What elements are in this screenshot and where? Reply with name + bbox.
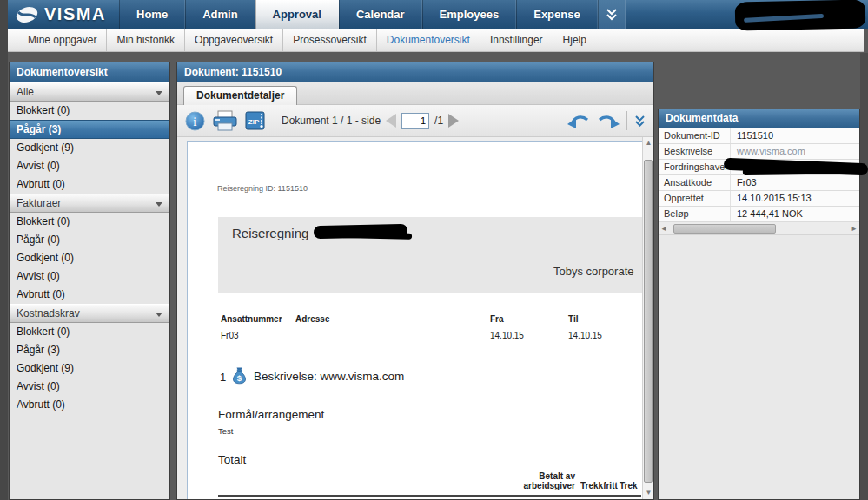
sidebar-item-alle-avbrutt[interactable]: Avbrutt (0) [10, 175, 169, 194]
rotate-left-button[interactable] [567, 113, 590, 129]
redaction-streak [744, 14, 824, 23]
sidebar-item-kostnadskrav-blokkert[interactable]: Blokkert (0) [10, 323, 169, 341]
nav-tab-employees[interactable]: Employees [422, 0, 517, 29]
chevron-double-down-icon [634, 115, 646, 128]
info-button[interactable]: i [185, 111, 205, 131]
menu-item-oppgaveoversikt[interactable]: Oppgaveoversikt [184, 29, 282, 51]
viewer-vertical-scrollbar[interactable]: ▲ ▼ [642, 137, 653, 499]
download-zip-button[interactable]: ZIP [245, 110, 267, 131]
purpose-heading: Formål/arrangement [218, 408, 324, 421]
menu-item-hjelp[interactable]: Hjelp [553, 29, 596, 51]
sidebar-item-fakturaer-blokkert[interactable]: Blokkert (0) [10, 213, 169, 231]
sidebar-group-kostnadskrav[interactable]: Kostnadskrav [10, 304, 169, 323]
scrollbar-thumb[interactable] [673, 224, 776, 234]
collapse-toolbar-button[interactable] [634, 115, 646, 128]
svg-text:i: i [194, 115, 197, 128]
window-edge-left [0, 0, 8, 500]
toolbar-separator [626, 111, 627, 130]
data-label: Fordringshaver [659, 160, 731, 174]
previous-page-button[interactable] [386, 114, 396, 128]
scrollbar-track[interactable] [669, 224, 849, 234]
redacted-employee-name [314, 224, 407, 239]
sidebar-group-fakturaer[interactable]: Fakturaer [10, 194, 169, 213]
totals-divider-line [218, 495, 641, 497]
sidebar-item-fakturaer-avvist[interactable]: Avvist (0) [10, 267, 169, 286]
data-label: Beskrivelse [659, 144, 731, 159]
menu-item-min-historikk[interactable]: Min historikk [106, 29, 184, 51]
window-edge-right [860, 53, 868, 500]
scroll-up-arrow-icon[interactable]: ▲ [643, 137, 653, 149]
menu-bar: Mine oppgaver Min historikk Oppgaveovers… [8, 29, 864, 52]
data-panel-horizontal-scrollbar[interactable]: ◄ ► [659, 222, 859, 235]
scrollbar-thumb[interactable] [644, 160, 653, 483]
value-til-dato: 14.10.15 [568, 331, 602, 340]
nav-more-tabs-button[interactable] [598, 0, 626, 29]
document-panel: Dokument: 1151510 Dokumentdetaljer i [176, 62, 654, 500]
sidebar-item-alle-godkjent[interactable]: Godkjent (9) [10, 139, 169, 157]
sidebar-item-alle-pagar[interactable]: Pågår (3) [10, 120, 169, 139]
menu-item-prosessoversikt[interactable]: Prosessoversikt [282, 29, 376, 51]
group-label: Kostnadskrav [17, 307, 80, 319]
tab-dokumentdetaljer[interactable]: Dokumentdetaljer [183, 86, 297, 105]
zip-icon: ZIP [245, 110, 267, 131]
sidebar-item-fakturaer-avbrutt[interactable]: Avbrutt (0) [10, 286, 169, 304]
menu-item-mine-oppgaver[interactable]: Mine oppgaver [18, 29, 106, 51]
expense-description: Beskrivelse: www.visma.com [254, 370, 404, 383]
redo-arrow-icon [597, 113, 620, 129]
caret-down-icon [156, 202, 162, 207]
data-row-ansattkode: Ansattkode Fr03 [659, 175, 859, 191]
document-toolbar: i ZIP [177, 105, 653, 137]
nav-tab-approval[interactable]: Approval [255, 0, 339, 29]
caret-down-icon [156, 312, 162, 317]
footer-column-trekkfritt: Trekkfritt [580, 481, 618, 490]
toolbar-right-group [560, 111, 646, 130]
group-label: Fakturaer [17, 197, 61, 209]
visma-logo: VISMA [8, 0, 119, 29]
scroll-down-arrow-icon[interactable]: ▼ [643, 487, 653, 499]
sidebar-item-kostnadskrav-pagar[interactable]: Pågår (3) [10, 341, 169, 359]
nav-tab-admin[interactable]: Admin [185, 0, 255, 29]
nav-tab-calendar[interactable]: Calendar [339, 0, 422, 29]
undo-arrow-icon [567, 113, 590, 129]
sidebar-item-fakturaer-pagar[interactable]: Pågår (0) [10, 231, 169, 249]
menu-item-innstillinger[interactable]: Innstillinger [480, 29, 553, 51]
scroll-right-arrow-icon[interactable]: ► [849, 225, 859, 233]
data-value: 1151510 [731, 128, 773, 143]
money-bag-icon: $ [232, 366, 247, 388]
scroll-left-arrow-icon[interactable]: ◄ [659, 225, 669, 233]
info-icon: i [185, 111, 205, 131]
page-number-input[interactable] [401, 113, 429, 129]
next-page-button[interactable] [448, 114, 459, 128]
data-label: Ansattkode [659, 175, 731, 190]
svg-text:ZIP: ZIP [248, 118, 260, 126]
sidebar-group-alle[interactable]: Alle [10, 82, 169, 102]
data-value: 14.10.2015 15:13 [731, 191, 812, 206]
nav-tab-home[interactable]: Home [119, 0, 185, 29]
printer-icon [213, 110, 237, 131]
pagination-label: Dokument 1 / 1 - side [282, 115, 381, 127]
column-header-ansattnummer: Ansattnummer [221, 314, 282, 324]
column-header-fra: Fra [490, 314, 504, 324]
rotate-right-button[interactable] [597, 113, 620, 129]
print-button[interactable] [213, 110, 237, 131]
report-banner: Reiseregning Tobys corporate [218, 217, 643, 293]
sidebar-item-kostnadskrav-avvist[interactable]: Avvist (0) [10, 378, 169, 396]
menu-item-dokumentoversikt[interactable]: Dokumentoversikt [376, 29, 480, 51]
svg-text:$: $ [237, 373, 242, 383]
data-row-belop: Beløp 12 444,41 NOK [659, 207, 859, 222]
sidebar-item-fakturaer-godkjent[interactable]: Godkjent (0) [10, 249, 169, 267]
sidebar-item-alle-avvist[interactable]: Avvist (0) [10, 157, 169, 175]
document-viewer: Reiseregning ID: 1151510 Reiseregning To… [177, 137, 653, 499]
nav-tab-expense[interactable]: Expense [516, 0, 597, 29]
report-title: Reiseregning [232, 226, 308, 240]
sidebar-item-kostnadskrav-avbrutt[interactable]: Avbrutt (0) [10, 396, 169, 414]
sidebar-item-alle-blokkert[interactable]: Blokkert (0) [10, 102, 169, 120]
sidebar-item-kostnadskrav-godkjent[interactable]: Godkjent (9) [10, 359, 169, 378]
data-value: 12 444,41 NOK [731, 207, 803, 221]
nav-tabs: Home Admin Approval Calendar Employees E… [119, 0, 626, 29]
document-pager: Dokument 1 / 1 - side /1 [282, 113, 459, 129]
visma-swoosh-icon [15, 6, 39, 23]
data-row-opprettet: Opprettet 14.10.2015 15:13 [659, 191, 859, 207]
group-label: Alle [17, 86, 34, 98]
app-window: VISMA Home Admin Approval Calendar Emplo… [0, 0, 868, 500]
